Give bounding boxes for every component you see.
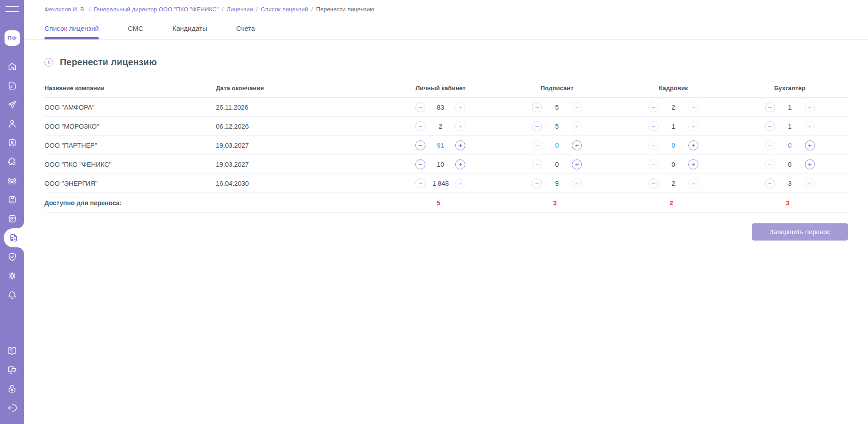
sidebar-item-team[interactable] xyxy=(0,171,24,190)
sidebar-item-licenses[interactable] xyxy=(0,228,24,247)
decrement-button[interactable]: − xyxy=(415,102,425,112)
decrement-button[interactable]: − xyxy=(649,140,658,150)
decrement-button[interactable]: − xyxy=(532,121,542,131)
column-header-company: Название компании xyxy=(44,85,216,92)
counter-cell: −3+ xyxy=(731,178,848,188)
company-cell: ООО "АМФОРА" xyxy=(44,104,216,111)
decrement-button[interactable]: − xyxy=(532,102,542,112)
sidebar-item-settings[interactable] xyxy=(0,266,24,285)
license-stepper: −1+ xyxy=(765,121,815,131)
breadcrumb-item-user[interactable]: Феклисов И. В. xyxy=(44,6,86,13)
available-row: Доступно для переноса: 5 3 2 3 xyxy=(44,193,848,213)
increment-button[interactable]: + xyxy=(455,178,465,188)
sidebar-item-notifications[interactable] xyxy=(0,285,24,304)
chevron-left-icon xyxy=(47,60,51,64)
end-date-cell: 19.03.2027 xyxy=(216,161,382,168)
breadcrumb-item-license-list[interactable]: Список лицензий xyxy=(261,6,308,13)
increment-button[interactable]: + xyxy=(572,140,582,150)
decrement-button[interactable]: − xyxy=(415,178,425,188)
increment-button[interactable]: + xyxy=(572,121,582,131)
app-logo-badge[interactable]: ПФ xyxy=(5,30,20,46)
decrement-button[interactable]: − xyxy=(765,102,775,112)
lock-open-icon xyxy=(7,384,17,394)
document-icon xyxy=(7,81,17,91)
decrement-button[interactable]: − xyxy=(649,178,658,188)
increment-button[interactable]: + xyxy=(805,102,815,112)
sidebar: ПФ xyxy=(0,0,24,424)
increment-button[interactable]: + xyxy=(455,159,465,169)
table-row: ООО "ПКО "ФЕНИКС" 19.03.2027 −10+−0+−0+−… xyxy=(44,155,848,174)
tab-candidates[interactable]: Кандидаты xyxy=(172,24,207,39)
end-date-cell: 26.11.2026 xyxy=(216,104,382,111)
counter-cell: −0+ xyxy=(731,140,848,150)
id-badge-icon xyxy=(7,138,17,148)
license-stepper: −5+ xyxy=(532,102,582,112)
finish-transfer-button[interactable]: Завершить перенос xyxy=(752,223,848,241)
sidebar-item-support[interactable] xyxy=(0,360,24,379)
sidebar-item-employee-card[interactable] xyxy=(0,133,24,152)
increment-button[interactable]: + xyxy=(688,178,698,188)
tab-sms[interactable]: СМС xyxy=(128,24,143,39)
counter-value: 9 xyxy=(546,180,568,187)
license-stepper: −9+ xyxy=(532,178,582,188)
decrement-button[interactable]: − xyxy=(649,159,658,169)
decrement-button[interactable]: − xyxy=(765,140,775,150)
sidebar-item-send[interactable] xyxy=(0,95,24,114)
increment-button[interactable]: + xyxy=(572,102,582,112)
increment-button[interactable]: + xyxy=(688,121,698,131)
increment-button[interactable]: + xyxy=(805,159,815,169)
puzzle-icon xyxy=(7,157,17,167)
user-icon xyxy=(7,119,17,129)
license-stepper: −2+ xyxy=(649,178,698,188)
sidebar-item-access[interactable] xyxy=(0,379,24,398)
license-transfer-table: Название компании Дата окончания Личный … xyxy=(44,78,848,213)
monitor-chat-icon xyxy=(7,365,17,375)
back-button[interactable] xyxy=(44,58,53,67)
sidebar-item-products[interactable] xyxy=(0,190,24,209)
counter-cell: −91+ xyxy=(382,140,499,150)
breadcrumb-item-licenses[interactable]: Лицензии xyxy=(227,6,253,13)
company-cell: ООО "ПКО "ФЕНИКС" xyxy=(44,161,216,168)
page-title: Перенести лицензию xyxy=(60,57,157,67)
decrement-button[interactable]: − xyxy=(415,121,425,131)
sidebar-item-logout[interactable] xyxy=(0,398,24,417)
sidebar-item-integrations[interactable] xyxy=(0,152,24,171)
increment-button[interactable]: + xyxy=(805,178,815,188)
decrement-button[interactable]: − xyxy=(532,159,542,169)
counter-value: 5 xyxy=(546,123,568,130)
increment-button[interactable]: + xyxy=(455,102,465,112)
breadcrumb-separator: / xyxy=(256,6,258,13)
counter-value: 1 848 xyxy=(429,180,451,187)
tab-invoices[interactable]: Счета xyxy=(236,24,255,39)
sidebar-item-knowledge-base[interactable] xyxy=(0,341,24,360)
decrement-button[interactable]: − xyxy=(415,159,425,169)
increment-button[interactable]: + xyxy=(572,178,582,188)
increment-button[interactable]: + xyxy=(688,159,698,169)
increment-button[interactable]: + xyxy=(455,140,465,150)
menu-toggle-icon[interactable] xyxy=(5,6,19,12)
breadcrumb-item-role[interactable]: Генеральный директор ООО "ПКО "ФЕНИКС" xyxy=(94,6,219,13)
sidebar-item-home[interactable] xyxy=(0,57,24,76)
increment-button[interactable]: + xyxy=(455,121,465,131)
decrement-button[interactable]: − xyxy=(415,140,425,150)
increment-button[interactable]: + xyxy=(572,159,582,169)
tab-license-list[interactable]: Список лицензий xyxy=(44,24,99,39)
sidebar-item-documents[interactable] xyxy=(0,76,24,95)
end-date-cell: 16.04.2030 xyxy=(216,180,382,187)
license-stepper: −1+ xyxy=(765,102,815,112)
decrement-button[interactable]: − xyxy=(765,159,775,169)
paper-plane-icon xyxy=(7,100,17,110)
increment-button[interactable]: + xyxy=(805,121,815,131)
decrement-button[interactable]: − xyxy=(649,102,658,112)
breadcrumb-separator: / xyxy=(311,6,313,13)
sidebar-item-profile[interactable] xyxy=(0,114,24,133)
decrement-button[interactable]: − xyxy=(765,178,775,188)
increment-button[interactable]: + xyxy=(805,140,815,150)
decrement-button[interactable]: − xyxy=(649,121,658,131)
counter-value: 1 xyxy=(779,123,801,130)
decrement-button[interactable]: − xyxy=(532,178,542,188)
increment-button[interactable]: + xyxy=(688,140,698,150)
decrement-button[interactable]: − xyxy=(532,140,542,150)
decrement-button[interactable]: − xyxy=(765,121,775,131)
increment-button[interactable]: + xyxy=(688,102,698,112)
